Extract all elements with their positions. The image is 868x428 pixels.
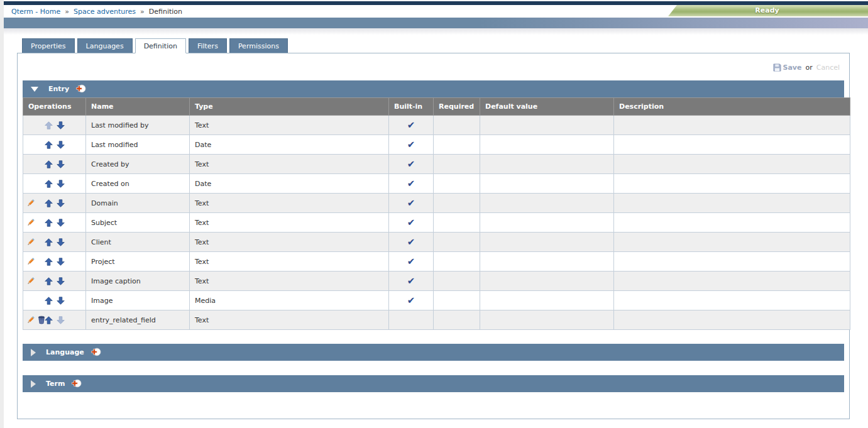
required-cell (434, 310, 480, 330)
operations-cell (23, 174, 86, 194)
table-row: ImageMedia✔ (23, 291, 850, 310)
add-icon[interactable] (71, 379, 82, 388)
save-label: Save (783, 63, 801, 72)
column-header-name: Name (86, 98, 190, 116)
table-row: ProjectText✔ (23, 252, 850, 272)
arrow-down-icon[interactable] (57, 277, 65, 285)
operations-cell (23, 310, 86, 330)
arrow-down-icon[interactable] (57, 219, 65, 227)
arrow-up-icon[interactable] (45, 180, 53, 188)
triangle-right-icon[interactable] (31, 380, 36, 388)
type-cell: Text (190, 116, 389, 135)
required-cell (434, 233, 480, 252)
breadcrumb-item-space-adventures[interactable]: Space adventures (74, 8, 136, 16)
built-in-cell (389, 310, 434, 330)
table-header-row: OperationsNameTypeBuilt-inRequiredDefaul… (23, 98, 850, 116)
section-label-term: Term (46, 380, 65, 388)
arrow-down-icon[interactable] (57, 238, 65, 246)
required-cell (434, 116, 480, 135)
column-header-default-value: Default value (480, 98, 614, 116)
column-header-built-in: Built-in (389, 98, 434, 116)
breadcrumb-item-qterm-home[interactable]: Qterm - Home (11, 8, 60, 16)
breadcrumb-separator: » (140, 8, 145, 16)
move-controls (28, 194, 80, 212)
operations-cell (23, 233, 86, 252)
built-in-cell: ✔ (389, 233, 434, 252)
add-icon[interactable] (75, 84, 86, 94)
pencil-icon[interactable] (26, 238, 35, 246)
name-cell: Domain (86, 194, 190, 213)
move-controls (28, 155, 80, 173)
arrow-down-icon[interactable] (57, 141, 65, 149)
type-cell: Media (190, 291, 389, 310)
default-value-cell (480, 155, 614, 174)
tab-permissions[interactable]: Permissions (229, 38, 288, 53)
built-in-cell: ✔ (389, 135, 434, 155)
breadcrumb-item-definition: Definition (149, 8, 182, 16)
page-left-margin (0, 0, 4, 428)
name-cell: Created by (86, 155, 190, 174)
arrow-up-icon[interactable] (45, 277, 53, 285)
description-cell (614, 135, 850, 155)
arrow-up-icon[interactable] (45, 238, 53, 246)
arrow-up-icon[interactable] (45, 141, 53, 149)
default-value-cell (480, 135, 614, 155)
save-button[interactable]: Save (773, 63, 801, 72)
tab-filters[interactable]: Filters (189, 38, 227, 53)
trash-icon[interactable] (37, 316, 46, 324)
arrow-down-icon[interactable] (57, 160, 65, 168)
checkmark-icon: ✔ (407, 119, 415, 131)
pencil-icon[interactable] (26, 199, 35, 207)
arrow-down-icon[interactable] (57, 199, 65, 207)
tab-properties[interactable]: Properties (22, 38, 75, 53)
arrow-down-icon[interactable] (57, 121, 65, 129)
triangle-right-icon[interactable] (31, 349, 36, 356)
or-label: or (805, 63, 812, 72)
pencil-icon[interactable] (26, 277, 35, 285)
save-actions: Save or Cancel (18, 53, 849, 74)
name-cell: Project (86, 252, 190, 272)
required-cell (434, 155, 480, 174)
name-cell: entry_related_field (86, 310, 190, 330)
arrow-up-icon[interactable] (45, 160, 53, 168)
column-header-type: Type (190, 98, 389, 116)
move-controls (28, 135, 80, 154)
checkmark-icon: ✔ (407, 158, 415, 170)
move-controls (28, 272, 80, 290)
triangle-down-icon[interactable] (31, 87, 38, 92)
name-cell: Last modified (86, 135, 190, 155)
type-cell: Text (190, 155, 389, 174)
arrow-up-icon[interactable] (45, 199, 53, 207)
arrow-up-icon[interactable] (45, 297, 53, 305)
floppy-disk-icon (773, 63, 781, 72)
column-header-description: Description (614, 98, 850, 116)
add-icon[interactable] (91, 348, 101, 357)
description-cell (614, 194, 850, 213)
pencil-icon[interactable] (26, 316, 35, 324)
checkmark-icon: ✔ (407, 256, 415, 267)
tab-definition[interactable]: Definition (135, 38, 186, 53)
type-cell: Text (190, 233, 389, 252)
definition-table: OperationsNameTypeBuilt-inRequiredDefaul… (23, 97, 850, 330)
arrow-up-icon[interactable] (45, 219, 53, 227)
tab-languages[interactable]: Languages (77, 38, 133, 53)
default-value-cell (480, 310, 614, 330)
cancel-button[interactable]: Cancel (816, 63, 840, 72)
arrow-down-icon[interactable] (57, 297, 65, 305)
column-header-operations: Operations (23, 98, 86, 116)
arrow-down-icon[interactable] (57, 180, 65, 188)
move-controls (28, 310, 80, 329)
operations-cell (23, 272, 86, 291)
move-controls (28, 116, 80, 134)
description-cell (614, 310, 850, 330)
description-cell (614, 252, 850, 272)
pencil-icon[interactable] (26, 257, 35, 266)
arrow-up-icon[interactable] (45, 258, 53, 266)
built-in-cell: ✔ (389, 252, 434, 272)
default-value-cell (480, 291, 614, 310)
move-controls (28, 291, 80, 310)
built-in-cell: ✔ (389, 272, 434, 291)
pencil-icon[interactable] (26, 218, 35, 227)
description-cell (614, 155, 850, 174)
arrow-down-icon[interactable] (57, 258, 65, 266)
